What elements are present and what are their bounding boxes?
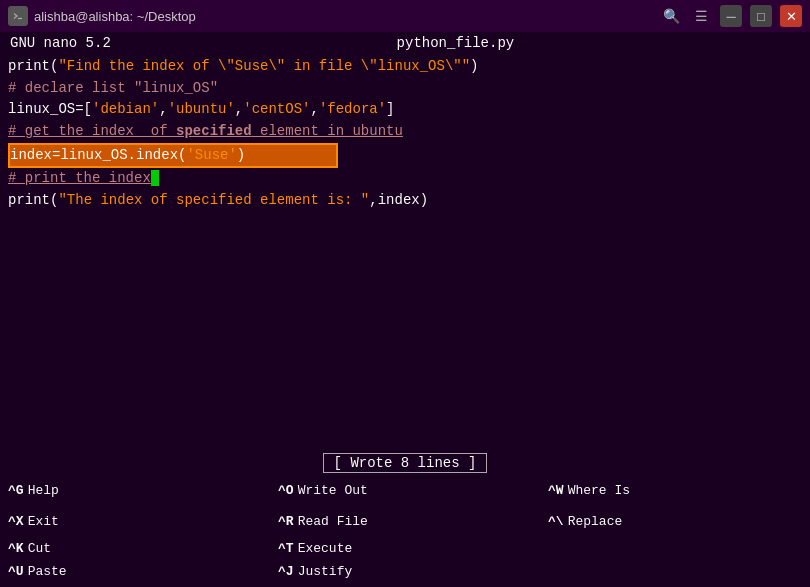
shortcut-key-readfile: ^R [278, 514, 294, 529]
shortcut-cut[interactable]: ^K Cut [0, 537, 270, 560]
code-line-7: print("The index of specified element is… [8, 190, 802, 212]
code-line-6: # print the index [8, 168, 802, 190]
maximize-button[interactable]: □ [750, 5, 772, 27]
editor-area[interactable]: print("Find the index of \"Suse\" in fil… [0, 54, 810, 254]
shortcut-label-writeout: Write Out [298, 483, 368, 498]
title-bar-left: alishba@alishba: ~/Desktop [8, 6, 196, 26]
shortcuts-bar: ^G Help ^O Write Out ^W Where Is ^X Exit… [0, 475, 810, 537]
shortcut-label-justify: Justify [298, 564, 353, 579]
shortcut-key-writeout: ^O [278, 483, 294, 498]
nano-header: GNU nano 5.2 python_file.py [0, 32, 810, 54]
terminal-icon [8, 6, 28, 26]
editor-spacer [0, 254, 810, 450]
shortcut-key-execute: ^T [278, 541, 294, 556]
shortcut-execute[interactable]: ^T Execute [270, 537, 540, 560]
shortcut-key-justify: ^J [278, 564, 294, 579]
shortcut-label-replace: Replace [568, 514, 623, 529]
shortcut-readfile[interactable]: ^R Read File [270, 506, 540, 537]
shortcut-writeout[interactable]: ^O Write Out [270, 475, 540, 506]
shortcut-replace[interactable]: ^\ Replace [540, 506, 810, 537]
shortcut-justify[interactable]: ^J Justify [270, 560, 540, 583]
shortcut-spacer [540, 537, 810, 560]
shortcut-key-paste: ^U [8, 564, 24, 579]
minimize-button[interactable]: ─ [720, 5, 742, 27]
title-bar-controls: 🔍 ☰ ─ □ ✕ [660, 5, 802, 27]
shortcut-label-whereis: Where Is [568, 483, 630, 498]
shortcut-key-help: ^G [8, 483, 24, 498]
shortcut-label-paste: Paste [28, 564, 67, 579]
code-line-3: linux_OS=['debian','ubuntu','centOS','fe… [8, 99, 802, 121]
shortcut-key-replace: ^\ [548, 514, 564, 529]
close-button[interactable]: ✕ [780, 5, 802, 27]
status-message: [ Wrote 8 lines ] [323, 453, 488, 473]
menu-button[interactable]: ☰ [690, 5, 712, 27]
search-button[interactable]: 🔍 [660, 5, 682, 27]
nano-version: GNU nano 5.2 [10, 35, 111, 51]
shortcut-key-whereis: ^W [548, 483, 564, 498]
shortcut-label-help: Help [28, 483, 59, 498]
code-line-2: # declare list "linux_OS" [8, 78, 802, 100]
shortcut-exit[interactable]: ^X Exit [0, 506, 270, 537]
shortcut-label-readfile: Read File [298, 514, 368, 529]
shortcut-key-exit: ^X [8, 514, 24, 529]
status-bar: [ Wrote 8 lines ] [0, 449, 810, 475]
shortcut-help[interactable]: ^G Help [0, 475, 270, 506]
code-line-5: index=linux_OS.index('Suse') [8, 143, 338, 169]
shortcut-label-exit: Exit [28, 514, 59, 529]
code-line-1: print("Find the index of \"Suse\" in fil… [8, 56, 802, 78]
title-bar: alishba@alishba: ~/Desktop 🔍 ☰ ─ □ ✕ [0, 0, 810, 32]
shortcut-key-cut: ^K [8, 541, 24, 556]
shortcuts-bar-2: ^K Cut ^T Execute ^U Paste ^J Justify [0, 537, 810, 587]
shortcut-label-cut: Cut [28, 541, 51, 556]
code-line-4: # get the index of specified element in … [8, 121, 802, 143]
shortcut-whereis[interactable]: ^W Where Is [540, 475, 810, 506]
file-name: python_file.py [397, 35, 515, 51]
shortcut-paste[interactable]: ^U Paste [0, 560, 270, 583]
main-content: GNU nano 5.2 python_file.py print("Find … [0, 32, 810, 587]
window-title: alishba@alishba: ~/Desktop [34, 9, 196, 24]
shortcut-label-execute: Execute [298, 541, 353, 556]
svg-rect-0 [12, 10, 24, 22]
